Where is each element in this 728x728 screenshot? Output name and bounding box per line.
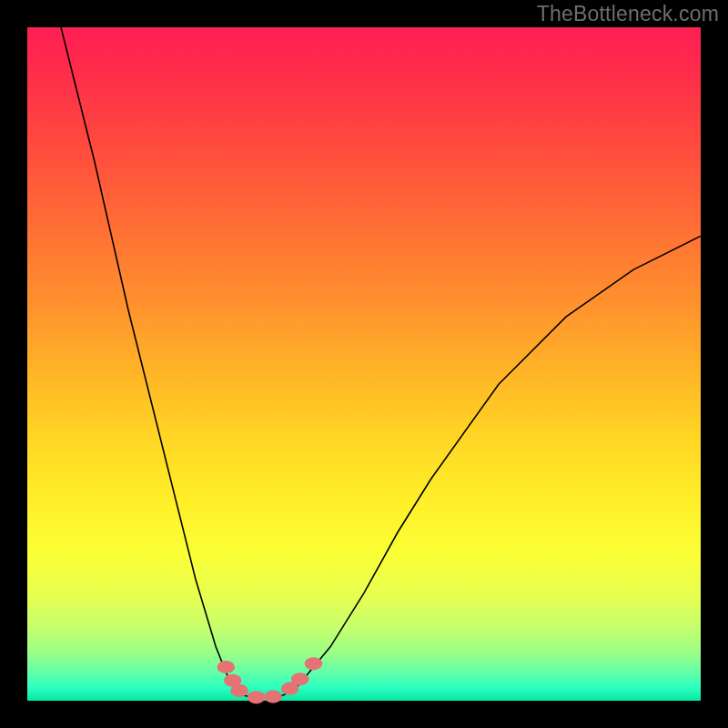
series-group [61, 27, 701, 698]
marker-left-dot-1 [217, 661, 236, 673]
marker-bottom-seg [248, 691, 266, 703]
marker-left-seg-2 [230, 684, 248, 697]
chart-container: TheBottleneck.com [0, 0, 728, 728]
curve-svg [27, 27, 701, 701]
marker-bottom-seg2 [264, 690, 282, 703]
marker-right-seg-2 [291, 672, 309, 685]
marker-right-dot-1 [305, 657, 323, 670]
marker-group [217, 657, 323, 703]
plot-area [27, 27, 701, 701]
watermark-text: TheBottleneck.com [537, 2, 719, 26]
series-left-branch [61, 27, 243, 695]
series-right-branch [283, 236, 701, 695]
